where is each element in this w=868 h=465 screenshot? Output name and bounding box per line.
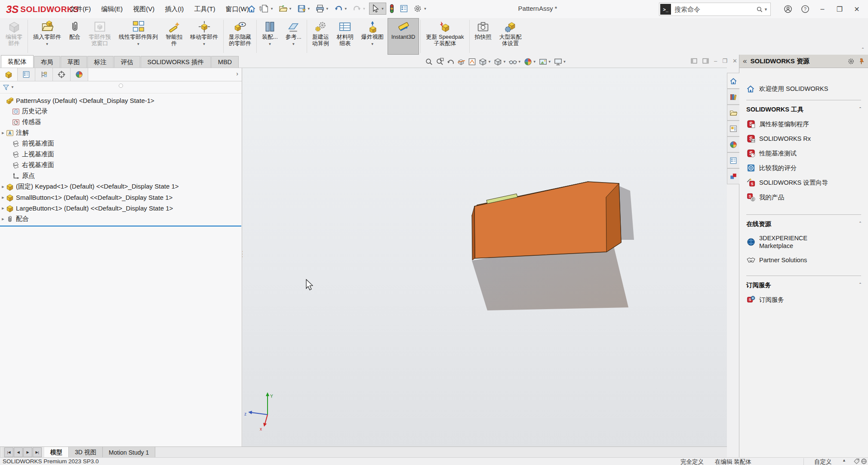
tree-item-origin[interactable]: 原点 [0, 170, 242, 181]
design-library-tab[interactable] [727, 89, 739, 105]
settings-gear-button[interactable]: ▼ [411, 3, 429, 15]
tree-item-mates[interactable]: ▸ 配合 [0, 214, 242, 224]
dropdown-icon[interactable]: ▼ [203, 41, 206, 47]
custom-properties-tab[interactable] [727, 152, 739, 168]
dropdown-icon[interactable]: ▼ [381, 7, 385, 11]
link-performance-benchmark[interactable]: 性能基准测试 [746, 149, 861, 158]
close-button[interactable]: ✕ [848, 2, 865, 16]
tab-sketch[interactable]: 草图 [61, 56, 87, 68]
panel-splitter-handle[interactable] [119, 84, 123, 88]
viewport-close-icon[interactable]: ✕ [733, 58, 737, 64]
collapse-section-icon[interactable]: ˆ [859, 282, 861, 288]
view-orientation-icon[interactable]: ▼ [479, 58, 491, 66]
ribbon-collapse-icon[interactable]: ˆ [862, 47, 864, 53]
tree-item-keypad[interactable]: ▸ (固定) Keypad<1> (Default) <<Default>_Di… [0, 181, 242, 192]
dropdown-icon[interactable]: ▼ [344, 7, 348, 11]
dropdown-icon[interactable]: ▼ [423, 7, 427, 11]
ribbon-large-assembly-settings[interactable]: 大型装配体设置 [496, 18, 526, 55]
dropdown-icon[interactable]: ▼ [292, 41, 295, 47]
expander-icon[interactable]: ▸ [0, 184, 6, 189]
last-tab-button[interactable]: ▶| [33, 447, 42, 457]
collapse-taskpane-icon[interactable]: « [743, 57, 747, 65]
tab-evaluate[interactable]: 评估 [114, 56, 140, 68]
ribbon-linear-pattern[interactable]: 线性零部件阵列▼ [115, 18, 162, 55]
expander-icon[interactable]: ▸ [0, 205, 6, 211]
undo-button[interactable]: ▼ [332, 3, 350, 15]
dropdown-icon[interactable]: ▼ [270, 7, 274, 11]
dropdown-icon[interactable]: ▼ [137, 41, 140, 47]
link-partner-solutions[interactable]: Partner Solutions [746, 256, 861, 264]
link-my-products[interactable]: 我的产品 [746, 193, 861, 202]
tree-item-largebutton[interactable]: ▸ LargeButton<1> (Default) <<Default>_Di… [0, 203, 242, 214]
section-online-resources[interactable]: 在线资源 ˆ [746, 220, 861, 228]
zoom-to-area-icon[interactable] [436, 58, 444, 66]
displaymanager-tab[interactable] [71, 68, 88, 81]
dropdown-icon[interactable]: ▼ [289, 7, 292, 11]
link-3dexperience-marketplace[interactable]: 3DEXPERIENCE Marketplace [746, 234, 861, 250]
propertymanager-tab[interactable] [18, 68, 35, 81]
tree-root[interactable]: PatternAssy (Default) <Default_Display S… [0, 95, 242, 106]
menu-tools[interactable]: 工具(T) [189, 0, 220, 18]
configurationmanager-tab[interactable] [35, 68, 53, 81]
status-customize[interactable]: 自定义 [814, 458, 832, 465]
ribbon-new-motion-study[interactable]: 新建运动算例 [308, 18, 333, 55]
model-tab[interactable]: 模型 [44, 447, 69, 458]
collapse-section-icon[interactable]: ˆ [859, 221, 861, 227]
traffic-light-icon[interactable] [387, 2, 397, 15]
redo-button[interactable]: ▼ [351, 3, 368, 15]
expander-icon[interactable]: ▸ [0, 216, 6, 222]
ribbon-take-snapshot[interactable]: 拍快照 [471, 18, 496, 55]
file-explorer-tab[interactable] [727, 105, 739, 121]
previous-view-icon[interactable] [446, 58, 455, 66]
first-tab-button[interactable]: |◀ [4, 447, 13, 457]
tree-item-right-plane[interactable]: 右视基准面 [0, 160, 242, 170]
ribbon-reference-geometry[interactable]: 参考...▼ [282, 18, 305, 55]
previous-tab-button[interactable]: ◀ [14, 447, 23, 457]
tree-item-front-plane[interactable]: 前视基准面 [0, 138, 242, 149]
link-property-tab-builder[interactable]: 属性标签编制程序 [746, 120, 861, 128]
collapse-section-icon[interactable]: ˆ [859, 107, 861, 113]
featuremanager-tree-tab[interactable] [0, 68, 18, 81]
link-settings-wizard[interactable]: SOLIDWORKS 设置向导 [746, 178, 861, 187]
open-button[interactable]: ▼ [277, 3, 294, 15]
section-view-icon[interactable] [457, 58, 465, 66]
tab-scroll-grip[interactable] [0, 447, 4, 458]
ribbon-insert-component[interactable]: 插入零部件▼ [29, 18, 65, 55]
tab-layout[interactable]: 布局 [34, 56, 60, 68]
section-solidworks-tools[interactable]: SOLIDWORKS 工具 ˆ [746, 105, 861, 114]
search-icon[interactable] [756, 6, 763, 13]
next-tab-button[interactable]: ▶ [23, 447, 32, 457]
link-subscription-services[interactable]: 订阅服务 [746, 295, 861, 304]
3d-views-tab[interactable]: 3D 视图 [69, 447, 103, 458]
expander-icon[interactable]: ▸ [0, 130, 6, 136]
motion-study-tab[interactable]: Motion Study 1 [103, 447, 155, 458]
forum-tab[interactable] [727, 168, 739, 184]
ribbon-edit-component[interactable]: 编辑零部件 [2, 18, 26, 55]
ribbon-bill-of-materials[interactable]: 材料明细表 [333, 18, 357, 55]
tree-item-sensors[interactable]: 传感器 [0, 117, 242, 127]
menu-insert[interactable]: 插入(I) [160, 0, 189, 18]
ribbon-smart-fasteners[interactable]: 智能扣件 [162, 18, 186, 55]
filter-dropdown-icon[interactable]: ▼ [11, 85, 14, 89]
link-solidworks-rx[interactable]: Rx SOLIDWORKS Rx [746, 134, 861, 143]
new-document-button[interactable]: ▼ [259, 3, 276, 15]
select-tool-button[interactable]: ▼ [369, 3, 387, 15]
split-right-icon[interactable] [702, 58, 709, 64]
menu-edit[interactable]: 编辑(E) [96, 0, 128, 18]
command-search-box[interactable]: >_ ▼ [659, 3, 771, 16]
dropdown-icon[interactable]: ▼ [307, 7, 311, 11]
dropdown-icon[interactable]: ▼ [363, 7, 366, 11]
minimize-button[interactable]: – [814, 2, 831, 16]
rollback-bar[interactable] [0, 226, 241, 226]
ribbon-component-preview[interactable]: 零部件预览窗口 [85, 18, 115, 55]
expander-icon[interactable]: ▸ [0, 195, 6, 200]
ribbon-instant3d[interactable]: Instant3D [388, 18, 419, 55]
view-settings-icon[interactable]: ▼ [554, 58, 566, 66]
help-icon[interactable]: ? [797, 2, 814, 16]
viewport-restore-icon[interactable]: ❐ [722, 58, 727, 64]
print-button[interactable]: ▼ [314, 3, 331, 15]
appearances-tab[interactable] [727, 136, 739, 152]
save-button[interactable]: ▼ [295, 3, 313, 15]
tree-item-annotations[interactable]: ▸ A 注解 [0, 127, 242, 138]
hide-show-items-icon[interactable]: ▼ [509, 58, 521, 66]
